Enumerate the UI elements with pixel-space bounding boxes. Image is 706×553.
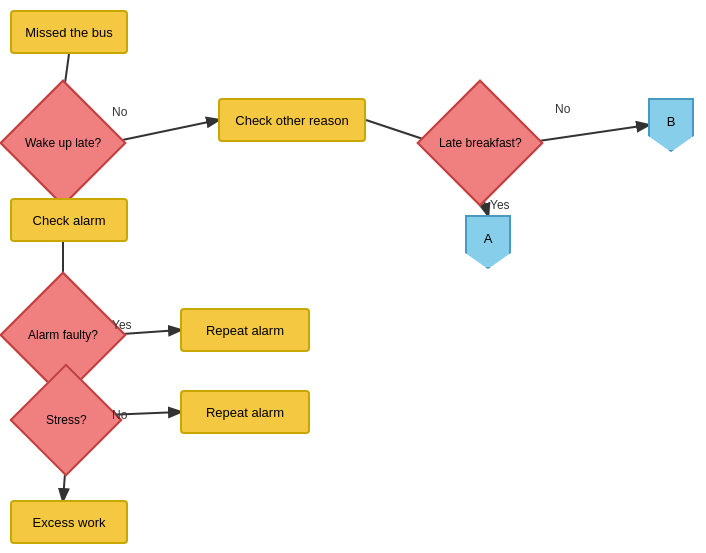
repeat-alarm2-label: Repeat alarm — [206, 405, 284, 420]
no3-label: No — [112, 408, 127, 422]
flowchart-canvas: Missed the bus Wake up late? No Check ot… — [0, 0, 706, 553]
late-breakfast-label: Late breakfast? — [439, 136, 522, 150]
yes1-label: Yes — [112, 318, 132, 332]
missed-bus-node: Missed the bus — [10, 10, 128, 54]
stress-label: Stress? — [46, 413, 87, 427]
repeat-alarm2-node: Repeat alarm — [180, 390, 310, 434]
wake-up-late-label: Wake up late? — [25, 136, 101, 150]
excess-work-node: Excess work — [10, 500, 128, 544]
no1-label: No — [112, 105, 127, 119]
arrows-layer — [0, 0, 706, 553]
late-breakfast-node: Late breakfast? — [416, 79, 543, 206]
stress-node: Stress? — [9, 363, 122, 476]
excess-work-label: Excess work — [33, 515, 106, 530]
repeat-alarm1-label: Repeat alarm — [206, 323, 284, 338]
check-other-reason-label: Check other reason — [235, 113, 348, 128]
repeat-alarm1-node: Repeat alarm — [180, 308, 310, 352]
check-alarm-label: Check alarm — [33, 213, 106, 228]
check-alarm-node: Check alarm — [10, 198, 128, 242]
wake-up-late-node: Wake up late? — [0, 79, 127, 206]
alarm-faulty-label: Alarm faulty? — [28, 328, 98, 342]
missed-bus-label: Missed the bus — [25, 25, 112, 40]
offpage-b-node: B — [648, 98, 694, 152]
offpage-b-label: B — [667, 114, 676, 129]
check-other-reason-node: Check other reason — [218, 98, 366, 142]
svg-line-1 — [108, 120, 218, 143]
svg-line-4 — [525, 125, 648, 143]
yes2-label: Yes — [490, 198, 510, 212]
offpage-a-node: A — [465, 215, 511, 269]
offpage-a-label: A — [484, 231, 493, 246]
no2-label: No — [555, 102, 570, 116]
